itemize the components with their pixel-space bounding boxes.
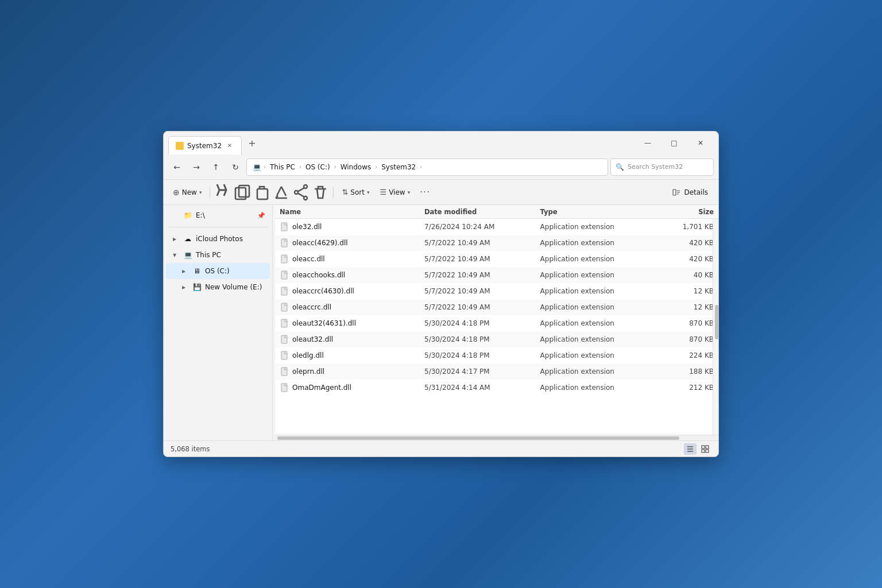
delete-button[interactable]: [311, 184, 330, 201]
svg-rect-8: [281, 239, 287, 247]
address-chevron-1: ›: [264, 164, 266, 170]
rename-button[interactable]: [272, 184, 291, 201]
sidebar-item-thispc[interactable]: ▼ 💻 This PC: [166, 247, 270, 263]
file-size: 40 KB: [656, 271, 714, 279]
breadcrumb-system32[interactable]: System32: [380, 163, 417, 172]
file-size: 12 KB: [656, 303, 714, 311]
table-row[interactable]: oleaccrc(4630).dll 5/7/2022 10:49 AM App…: [275, 283, 718, 299]
search-bar[interactable]: 🔍 Search System32: [610, 158, 714, 176]
file-size: 1,701 KB: [656, 223, 714, 231]
svg-rect-9: [281, 255, 287, 263]
forward-button[interactable]: →: [188, 158, 205, 176]
up-button[interactable]: ↑: [207, 158, 225, 176]
file-date: 5/7/2022 10:49 AM: [424, 255, 540, 263]
file-name-cell: oleacc.dll: [280, 254, 424, 264]
share-icon: [292, 183, 310, 202]
svg-rect-21: [706, 450, 709, 452]
table-row[interactable]: oleacchooks.dll 5/7/2022 10:49 AM Applic…: [275, 267, 718, 283]
sort-label: Sort: [350, 188, 365, 196]
refresh-button[interactable]: ↻: [227, 158, 244, 176]
sidebar-item-icloud[interactable]: ▶ ☁ iCloud Photos: [166, 231, 270, 247]
list-view-toggle[interactable]: [684, 443, 697, 455]
vertical-scrollbar[interactable]: [713, 219, 718, 435]
table-row[interactable]: OmaDmAgent.dll 5/31/2024 4:14 AM Applica…: [275, 380, 718, 396]
file-date: 5/30/2024 4:18 PM: [424, 335, 540, 343]
navigation-bar: ← → ↑ ↻ 💻 › This PC › OS (C:) › Windows …: [164, 154, 718, 180]
sidebar-label-thispc: This PC: [196, 251, 221, 259]
file-size: 870 KB: [656, 335, 714, 343]
table-row[interactable]: oledlg.dll 5/30/2024 4:18 PM Application…: [275, 347, 718, 363]
sidebar-divider-1: [168, 227, 268, 227]
table-row[interactable]: ole32.dll 7/26/2024 10:24 AM Application…: [275, 219, 718, 235]
maximize-button[interactable]: □: [661, 134, 687, 152]
details-label: Details: [684, 188, 708, 196]
cut-button[interactable]: [214, 184, 232, 201]
file-area: Name Date modified Type Size ole32.dll 7…: [275, 205, 718, 440]
item-count: 5,068 items: [171, 445, 210, 453]
more-button[interactable]: ···: [416, 184, 434, 201]
copy-button[interactable]: [233, 184, 252, 201]
column-date[interactable]: Date modified: [424, 208, 540, 216]
svg-rect-12: [281, 303, 287, 311]
file-size: 224 KB: [656, 351, 714, 359]
sidebar-item-edrive[interactable]: 📁 E:\ 📌: [166, 207, 270, 223]
new-button[interactable]: ⊕ New ▾: [168, 184, 206, 201]
tab-close-button[interactable]: ✕: [225, 141, 234, 150]
active-tab[interactable]: System32 ✕: [168, 136, 242, 154]
sidebar-item-newvolume[interactable]: ▶ 💾 New Volume (E:): [166, 279, 270, 295]
column-name[interactable]: Name: [280, 208, 424, 216]
sort-button[interactable]: ⇅ Sort ▾: [337, 184, 374, 201]
table-row[interactable]: oleaccrc.dll 5/7/2022 10:49 AM Applicati…: [275, 299, 718, 315]
new-tab-button[interactable]: +: [244, 135, 260, 151]
folder-icon: [176, 142, 184, 150]
column-size[interactable]: Size: [656, 208, 714, 216]
breadcrumb-osc[interactable]: OS (C:): [304, 163, 332, 172]
file-icon: [280, 303, 289, 312]
file-size: 212 KB: [656, 384, 714, 392]
address-chevron-2: ›: [299, 164, 301, 170]
sidebar-item-osc[interactable]: ▶ 🖥 OS (C:): [166, 263, 270, 279]
sort-chevron-icon: ▾: [367, 189, 370, 195]
back-button[interactable]: ←: [168, 158, 185, 176]
minimize-button[interactable]: —: [635, 134, 661, 152]
file-size: 870 KB: [656, 319, 714, 327]
table-row[interactable]: oleaut32(4631).dll 5/30/2024 4:18 PM App…: [275, 315, 718, 331]
table-row[interactable]: oleacc(4629).dll 5/7/2022 10:49 AM Appli…: [275, 235, 718, 251]
scrollbar-thumb: [715, 305, 718, 339]
file-type: Application extension: [540, 351, 656, 359]
table-row[interactable]: oleacc.dll 5/7/2022 10:49 AM Application…: [275, 251, 718, 267]
tab-area: System32 ✕ +: [168, 131, 635, 154]
grid-view-toggle[interactable]: [699, 443, 711, 455]
sidebar-label-osc: OS (C:): [205, 267, 230, 275]
close-button[interactable]: ✕: [687, 134, 714, 152]
horizontal-scrollbar[interactable]: [275, 435, 718, 440]
share-button[interactable]: [292, 184, 310, 201]
search-placeholder: Search System32: [628, 163, 683, 171]
svg-rect-18: [702, 446, 705, 448]
new-chevron-icon: ▾: [199, 189, 202, 195]
more-icon: ···: [420, 187, 430, 198]
osc-drive-icon: 🖥: [192, 266, 202, 276]
view-button[interactable]: ☰ View ▾: [376, 184, 415, 201]
details-button[interactable]: Details: [666, 184, 714, 201]
breadcrumb-thispc[interactable]: This PC: [268, 163, 297, 172]
icloud-icon: ☁: [183, 234, 192, 243]
file-date: 5/7/2022 10:49 AM: [424, 287, 540, 295]
new-label: New: [182, 188, 197, 196]
file-size: 188 KB: [656, 368, 714, 376]
chevron-newvol-icon: ▶: [182, 285, 189, 290]
column-type[interactable]: Type: [540, 208, 656, 216]
toolbar-separator-2: [333, 187, 334, 198]
table-row[interactable]: oleaut32.dll 5/30/2024 4:18 PM Applicati…: [275, 331, 718, 347]
chevron-osc-icon: ▶: [182, 269, 189, 274]
file-name: oleacchooks.dll: [292, 271, 345, 279]
file-type: Application extension: [540, 303, 656, 311]
paste-button[interactable]: [253, 184, 271, 201]
paste-icon: [253, 183, 271, 202]
svg-rect-2: [257, 189, 268, 199]
svg-rect-10: [281, 271, 287, 279]
file-name-cell: oleaccrc.dll: [280, 303, 424, 312]
breadcrumb-windows[interactable]: Windows: [339, 163, 373, 172]
table-row[interactable]: oleprn.dll 5/30/2024 4:17 PM Application…: [275, 363, 718, 380]
address-bar[interactable]: 💻 › This PC › OS (C:) › Windows › System…: [246, 158, 608, 176]
